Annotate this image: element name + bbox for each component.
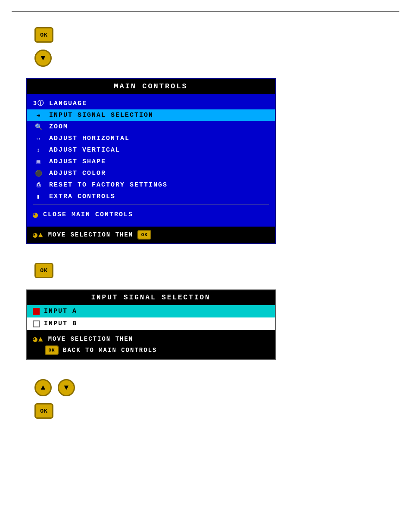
menu-item-extra[interactable]: ▮ EXTRA CONTROLS — [27, 191, 275, 202]
language-icon: 3ⓘ — [33, 100, 45, 107]
main-controls-panel: MAIN CONTROLS 3ⓘ LANGUAGE ⇥ INPUT SIGNAL… — [26, 78, 276, 244]
ok-button-2[interactable]: OK — [34, 263, 53, 278]
input-signal-panel: INPUT SIGNAL SELECTION INPUT A INPUT B ◕… — [26, 289, 276, 360]
footer-line2-label: BACK TO MAIN CONTROLS — [63, 347, 157, 354]
color-icon: ⚫ — [33, 170, 45, 177]
nav-arrows-icon: ◕▲ — [33, 230, 44, 240]
osd-divider — [33, 204, 269, 205]
input-b-label: INPUT B — [44, 320, 77, 327]
section1-icons: OK — [34, 27, 385, 43]
menu-item-reset[interactable]: ⎙ RESET TO FACTORY SETTINGS — [27, 179, 275, 191]
menu-item-reset-label: RESET TO FACTORY SETTINGS — [49, 181, 168, 189]
menu-item-horiz[interactable]: ↔ ADJUST HORIZONTAL — [27, 133, 275, 144]
menu-item-shape[interactable]: ▤ ADJUST SHAPE — [27, 156, 275, 168]
input-a-item[interactable]: INPUT A — [27, 305, 275, 317]
close-main-controls[interactable]: ◕ CLOSE MAIN CONTROLS — [27, 206, 275, 223]
menu-item-vert-label: ADJUST VERTICAL — [49, 146, 120, 154]
main-controls-footer: ◕▲ MOVE SELECTION THEN OK — [27, 227, 275, 243]
footer-line1-label: MOVE SELECTION THEN — [48, 336, 134, 342]
ok-button-1[interactable]: OK — [34, 27, 53, 43]
close-icon: ◕ — [33, 209, 39, 220]
input-a-icon — [33, 308, 40, 315]
input-b-item[interactable]: INPUT B — [27, 317, 275, 330]
menu-item-language[interactable]: 3ⓘ LANGUAGE — [27, 97, 275, 109]
input-signal-footer: ◕▲ MOVE SELECTION THEN OK BACK TO MAIN C… — [27, 330, 275, 359]
menu-item-shape-label: ADJUST SHAPE — [49, 158, 106, 165]
menu-item-input-signal[interactable]: ⇥ INPUT SIGNAL SELECTION — [27, 109, 275, 121]
arrow-down-button-1[interactable]: ▼ — [34, 50, 52, 67]
footer-line1-row: ◕▲ MOVE SELECTION THEN — [33, 333, 269, 345]
nav-arrows-icon2: ◕▲ — [33, 334, 44, 344]
main-controls-title: MAIN CONTROLS — [27, 79, 275, 94]
input-signal-items: INPUT A INPUT B — [27, 305, 275, 330]
arrow-down-button-2[interactable]: ▼ — [58, 379, 75, 396]
menu-item-input-label: INPUT SIGNAL SELECTION — [49, 112, 153, 119]
arrow-up-button[interactable]: ▲ — [34, 379, 52, 396]
menu-item-extra-label: EXTRA CONTROLS — [49, 193, 115, 200]
menu-item-horiz-label: ADJUST HORIZONTAL — [49, 135, 130, 142]
input-signal-icon: ⇥ — [33, 112, 45, 119]
menu-item-zoom[interactable]: 🔍 ZOOM — [27, 121, 275, 133]
shape-icon: ▤ — [33, 158, 45, 165]
section3-arrows: ▲ ▼ — [34, 379, 385, 396]
section2-icons: OK — [34, 263, 385, 278]
reset-icon: ⎙ — [33, 182, 45, 189]
ok-button-3[interactable]: OK — [34, 403, 53, 419]
menu-item-color-label: ADJUST COLOR — [49, 170, 106, 177]
section1-arrow: ▼ — [34, 50, 385, 67]
zoom-icon: 🔍 — [33, 123, 45, 131]
menu-item-vert[interactable]: ↕ ADJUST VERTICAL — [27, 144, 275, 156]
input-signal-title: INPUT SIGNAL SELECTION — [27, 290, 275, 305]
close-label: CLOSE MAIN CONTROLS — [43, 211, 133, 218]
main-controls-menu: 3ⓘ LANGUAGE ⇥ INPUT SIGNAL SELECTION 🔍 Z… — [27, 94, 275, 227]
horizontal-icon: ↔ — [33, 135, 45, 142]
footer-line2-row: OK BACK TO MAIN CONTROLS — [45, 345, 269, 356]
menu-item-zoom-label: ZOOM — [49, 123, 68, 131]
vertical-icon: ↕ — [33, 147, 45, 154]
section3-ok: OK — [34, 403, 385, 419]
menu-item-language-label: LANGUAGE — [49, 100, 87, 107]
input-a-label: INPUT A — [44, 308, 77, 315]
footer-ok-badge-2: OK — [45, 345, 59, 355]
input-b-icon — [33, 320, 40, 327]
footer-move-label: MOVE SELECTION THEN — [48, 231, 134, 238]
top-decoration — [0, 0, 411, 12]
extra-icon: ▮ — [33, 193, 45, 200]
menu-item-color[interactable]: ⚫ ADJUST COLOR — [27, 168, 275, 179]
footer-ok-badge: OK — [137, 230, 151, 240]
